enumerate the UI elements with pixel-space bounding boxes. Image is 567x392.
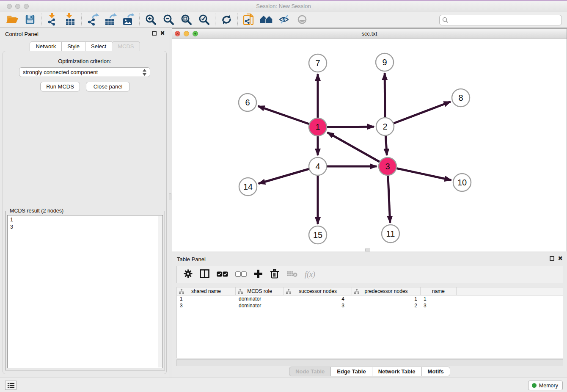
graph-edge-1-6[interactable] — [258, 106, 318, 127]
gear-icon — [184, 269, 193, 278]
result-scrollbar[interactable] — [158, 216, 162, 367]
graph-edge-3-10[interactable] — [388, 166, 451, 180]
mcds-result-box: MCDS result (2 nodes) 1 3 — [5, 211, 165, 370]
cell-name[interactable]: 3 — [421, 302, 457, 309]
column-header-shared-name[interactable]: shared name — [177, 287, 236, 295]
column-view-icon — [200, 269, 209, 278]
toggle-column-view-button[interactable] — [200, 269, 209, 280]
houses-icon — [260, 14, 273, 25]
table-row[interactable]: 1 dominator 4 1 1 — [177, 295, 563, 302]
delete-column-button[interactable] — [270, 269, 279, 280]
cell-name[interactable]: 1 — [421, 295, 457, 302]
toolbar-separator — [81, 14, 82, 25]
optimization-criterion-select[interactable]: strongly connected component — [19, 67, 150, 77]
tab-style[interactable]: Style — [61, 41, 85, 51]
toggle-bird-view-button[interactable] — [293, 13, 311, 26]
save-floppy-icon — [24, 14, 36, 25]
tab-select[interactable]: Select — [85, 41, 112, 51]
cell-predecessor-nodes[interactable]: 2 — [352, 302, 421, 309]
toolbar-separator — [237, 14, 238, 25]
table-settings-button[interactable] — [184, 269, 193, 280]
cell-shared-name[interactable]: 3 — [177, 302, 236, 309]
network-window-titlebar[interactable]: ✕ – + scc.txt — [172, 29, 567, 39]
refresh-button[interactable] — [217, 13, 235, 26]
cell-mcds-role[interactable]: dominator — [236, 295, 284, 302]
table-toolbar: f(x) — [176, 266, 563, 283]
zoom-in-button[interactable] — [142, 13, 160, 26]
cell-shared-name[interactable]: 1 — [177, 295, 236, 302]
add-column-button[interactable] — [254, 269, 263, 280]
plus-icon — [254, 269, 263, 278]
tab-network[interactable]: Network — [30, 41, 62, 51]
zoom-out-icon — [163, 14, 174, 25]
mcds-result-text[interactable]: 1 3 — [7, 215, 163, 368]
tab-node-table[interactable]: Node Table — [289, 367, 331, 376]
cell-predecessor-nodes[interactable]: 1 — [352, 295, 421, 302]
tab-edge-table[interactable]: Edge Table — [330, 367, 372, 376]
tab-network-table[interactable]: Network Table — [372, 367, 422, 376]
graph-node-label: 11 — [386, 229, 395, 238]
import-network-button[interactable] — [44, 13, 61, 26]
control-panel-title: Control Panel — [5, 31, 39, 37]
close-panel-button[interactable]: Close panel — [86, 82, 130, 91]
attribute-type-icon — [238, 289, 243, 294]
memory-button[interactable]: Memory — [528, 381, 563, 390]
attribute-type-icon — [286, 289, 291, 294]
graph-node-label: 2 — [383, 122, 387, 131]
float-panel-icon[interactable] — [152, 31, 157, 36]
horizontal-split-handle[interactable] — [365, 248, 370, 251]
delete-table-icon — [286, 271, 297, 277]
vertical-split-handle[interactable] — [169, 193, 171, 200]
task-history-button[interactable] — [5, 381, 17, 390]
column-header-name[interactable]: name — [421, 287, 457, 295]
deselect-all-columns-button[interactable] — [235, 271, 247, 279]
close-table-panel-icon[interactable]: ✖ — [558, 256, 563, 261]
import-table-icon — [64, 13, 76, 26]
zoom-selected-icon — [198, 14, 210, 25]
node-table: shared name MCDS role successor nodes pr… — [176, 287, 563, 358]
table-row[interactable]: 3 dominator 3 2 3 — [177, 302, 563, 309]
open-session-button[interactable] — [3, 13, 21, 26]
selected-criterion: strongly connected component — [23, 69, 143, 75]
toolbar-separator — [41, 14, 41, 25]
network-canvas[interactable]: 7968124314101511 — [172, 39, 567, 251]
graph-node-label: 8 — [458, 93, 463, 102]
trash-icon — [270, 269, 279, 279]
search-input[interactable] — [449, 17, 561, 23]
column-header-predecessor-nodes[interactable]: predecessor nodes — [352, 287, 421, 295]
optimization-criterion-label: Optimization criterion: — [0, 58, 169, 64]
result-line: 1 — [10, 216, 162, 224]
save-session-button[interactable] — [21, 13, 39, 26]
new-network-from-selection-button[interactable] — [240, 13, 258, 26]
table-panel: Table Panel ✖ — [172, 253, 567, 378]
float-table-panel-icon[interactable] — [550, 256, 554, 261]
function-builder-button[interactable]: f(x) — [305, 270, 315, 279]
column-header-successor-nodes[interactable]: successor nodes — [284, 287, 352, 295]
cell-successor-nodes[interactable]: 4 — [284, 295, 352, 302]
cell-mcds-role[interactable]: dominator — [236, 302, 284, 309]
table-horizontal-scrollbar[interactable] — [176, 359, 563, 366]
delete-table-button[interactable] — [286, 271, 297, 279]
zoom-out-button[interactable] — [160, 13, 177, 26]
graph-node-label: 1 — [315, 122, 320, 132]
export-table-button[interactable] — [102, 13, 119, 26]
select-all-columns-button[interactable] — [217, 271, 228, 279]
graph-node-label: 9 — [382, 58, 387, 67]
export-network-button[interactable] — [84, 13, 102, 26]
graph-edge-3-1[interactable] — [328, 133, 388, 166]
import-table-button[interactable] — [61, 13, 79, 26]
first-neighbors-button[interactable] — [258, 13, 275, 26]
graph-edge-2-8[interactable] — [385, 102, 451, 127]
run-mcds-button[interactable]: Run MCDS — [40, 82, 80, 91]
zoom-selected-button[interactable] — [195, 13, 213, 26]
zoom-fit-button[interactable] — [177, 13, 195, 26]
tab-motifs[interactable]: Motifs — [421, 367, 450, 376]
cell-successor-nodes[interactable]: 3 — [284, 302, 352, 309]
show-graphics-details-button[interactable] — [275, 13, 293, 26]
session-title: Session: New Session — [0, 3, 567, 9]
export-image-button[interactable] — [119, 13, 137, 26]
table-header: shared name MCDS role successor nodes pr… — [177, 287, 563, 295]
column-header-mcds-role[interactable]: MCDS role — [236, 287, 284, 295]
tab-mcds[interactable]: MCDS — [112, 41, 140, 51]
close-panel-icon[interactable]: ✖ — [160, 31, 165, 36]
